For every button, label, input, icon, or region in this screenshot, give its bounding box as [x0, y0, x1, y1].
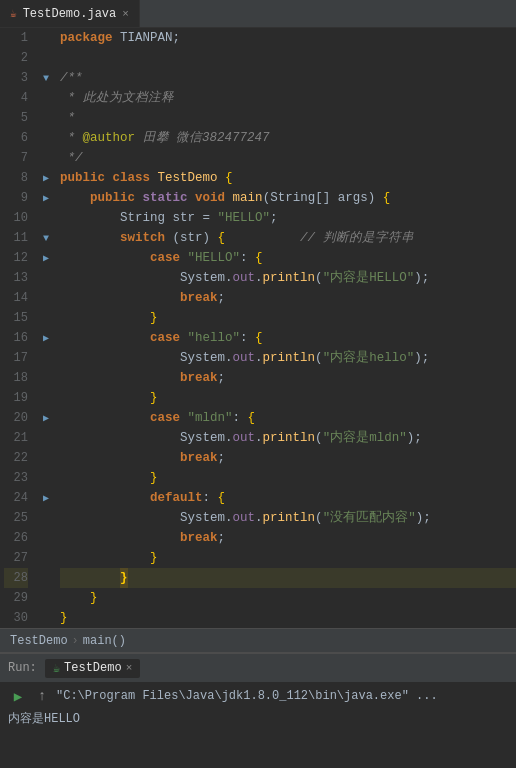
run-up-button[interactable]: ↑ [32, 686, 52, 706]
code-line-4: * 此处为文档注释 [60, 88, 516, 108]
code-line-21: System.out.println("内容是mldn"); [60, 428, 516, 448]
line-num-6: 6 [4, 128, 28, 148]
java-icon: ☕ [10, 7, 17, 20]
code-line-10: String str = "HELLO"; [60, 208, 516, 228]
line-num-17: 17 [4, 348, 28, 368]
fold-3[interactable]: ▼ [36, 68, 56, 88]
line-num-29: 29 [4, 588, 28, 608]
file-tab[interactable]: ☕ TestDemo.java × [0, 0, 140, 27]
fold-24[interactable]: ▶ [36, 488, 56, 508]
editor-area: 1 2 3 4 5 6 7 8 9 10 11 12 13 14 15 16 1… [0, 28, 516, 628]
code-line-7: */ [60, 148, 516, 168]
code-line-15: } [60, 308, 516, 328]
fold-23 [36, 468, 56, 488]
code-line-16: case "hello": { [60, 328, 516, 348]
run-tab-icon: ☕ [53, 661, 60, 676]
code-line-12: case "HELLO": { [60, 248, 516, 268]
fold-22 [36, 448, 56, 468]
run-play-button[interactable]: ▶ [8, 686, 28, 706]
code-line-9: public static void main(String[] args) { [60, 188, 516, 208]
line-num-9: 9 [4, 188, 28, 208]
line-num-10: 10 [4, 208, 28, 228]
fold-2 [36, 48, 56, 68]
fold-18 [36, 368, 56, 388]
code-area[interactable]: package TIANPAN; /** * 此处为文档注释 * * @auth… [56, 28, 516, 628]
code-line-29: } [60, 588, 516, 608]
code-line-17: System.out.println("内容是hello"); [60, 348, 516, 368]
code-line-13: System.out.println("内容是HELLO"); [60, 268, 516, 288]
code-line-26: break; [60, 528, 516, 548]
run-output: 内容是HELLO [0, 708, 516, 731]
code-line-30: } [60, 608, 516, 628]
fold-8[interactable]: ▶ [36, 168, 56, 188]
line-num-19: 19 [4, 388, 28, 408]
breadcrumb-method[interactable]: main() [83, 634, 126, 648]
fold-gutter: ▼ ▶ ▶ ▼ ▶ ▶ ▶ ▶ [36, 28, 56, 628]
run-label: Run: [8, 661, 37, 675]
line-num-1: 1 [4, 28, 28, 48]
fold-27 [36, 548, 56, 568]
fold-28 [36, 568, 56, 588]
breadcrumb-class[interactable]: TestDemo [10, 634, 68, 648]
fold-25 [36, 508, 56, 528]
line-num-27: 27 [4, 548, 28, 568]
code-line-28: } [60, 568, 516, 588]
code-line-2 [60, 48, 516, 68]
line-num-16: 16 [4, 328, 28, 348]
fold-13 [36, 268, 56, 288]
run-tab-bar: Run: ☕ TestDemo × [0, 654, 516, 682]
line-num-26: 26 [4, 528, 28, 548]
code-line-24: default: { [60, 488, 516, 508]
line-num-21: 21 [4, 428, 28, 448]
code-line-1: package TIANPAN; [60, 28, 516, 48]
code-line-18: break; [60, 368, 516, 388]
line-num-14: 14 [4, 288, 28, 308]
line-num-2: 2 [4, 48, 28, 68]
fold-6 [36, 128, 56, 148]
fold-5 [36, 108, 56, 128]
fold-30 [36, 608, 56, 628]
fold-11[interactable]: ▼ [36, 228, 56, 248]
code-line-8: public class TestDemo { [60, 168, 516, 188]
run-tab[interactable]: ☕ TestDemo × [45, 659, 140, 678]
tab-close-button[interactable]: × [122, 8, 129, 20]
fold-19 [36, 388, 56, 408]
line-num-13: 13 [4, 268, 28, 288]
line-num-8: 8 [4, 168, 28, 188]
tab-bar: ☕ TestDemo.java × [0, 0, 516, 28]
line-num-22: 22 [4, 448, 28, 468]
fold-12[interactable]: ▶ [36, 248, 56, 268]
line-numbers: 1 2 3 4 5 6 7 8 9 10 11 12 13 14 15 16 1… [0, 28, 36, 628]
code-line-22: break; [60, 448, 516, 468]
line-num-28: 28 [4, 568, 28, 588]
breadcrumb: TestDemo › main() [0, 628, 516, 652]
editor-container: ☕ TestDemo.java × 1 2 3 4 5 6 7 8 9 10 1… [0, 0, 516, 731]
line-num-5: 5 [4, 108, 28, 128]
run-tab-close[interactable]: × [126, 662, 133, 674]
fold-7 [36, 148, 56, 168]
line-num-20: 20 [4, 408, 28, 428]
line-num-23: 23 [4, 468, 28, 488]
fold-17 [36, 348, 56, 368]
line-num-12: 12 [4, 248, 28, 268]
code-line-14: break; [60, 288, 516, 308]
line-num-4: 4 [4, 88, 28, 108]
code-line-25: System.out.println("没有匹配内容"); [60, 508, 516, 528]
fold-10 [36, 208, 56, 228]
fold-4 [36, 88, 56, 108]
breadcrumb-separator: › [72, 634, 79, 648]
fold-9[interactable]: ▶ [36, 188, 56, 208]
fold-14 [36, 288, 56, 308]
fold-20[interactable]: ▶ [36, 408, 56, 428]
fold-26 [36, 528, 56, 548]
fold-1 [36, 28, 56, 48]
run-panel: Run: ☕ TestDemo × ▶ ↑ "C:\Program Files\… [0, 652, 516, 731]
run-command: "C:\Program Files\Java\jdk1.8.0_112\bin\… [56, 689, 438, 703]
line-num-7: 7 [4, 148, 28, 168]
run-controls: ▶ ↑ "C:\Program Files\Java\jdk1.8.0_112\… [0, 682, 516, 708]
tab-label: TestDemo.java [23, 7, 117, 21]
code-line-27: } [60, 548, 516, 568]
fold-16[interactable]: ▶ [36, 328, 56, 348]
code-line-23: } [60, 468, 516, 488]
code-line-20: case "mldn": { [60, 408, 516, 428]
